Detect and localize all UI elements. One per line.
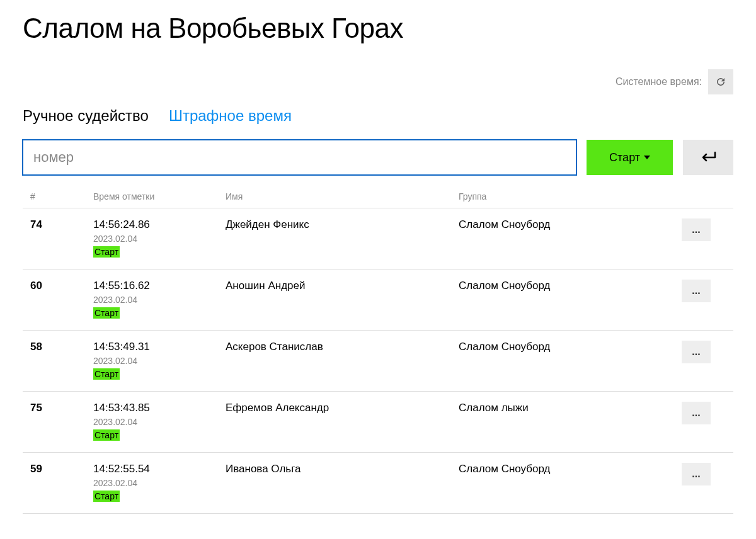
tab-manual[interactable]: Ручное судейство — [23, 107, 149, 125]
row-name: Аношин Андрей — [226, 280, 459, 292]
row-group: Слалом Сноуборд — [459, 218, 682, 231]
row-group: Слалом Сноуборд — [459, 280, 682, 292]
row-badge: Старт — [93, 307, 120, 319]
row-name: Иванова Ольга — [226, 463, 459, 475]
row-badge: Старт — [93, 429, 120, 441]
system-time-row: Системное время: — [23, 69, 733, 94]
row-group: Слалом Сноуборд — [459, 463, 682, 475]
start-button-label: Старт — [609, 151, 640, 164]
start-button[interactable]: Старт — [587, 140, 673, 175]
row-date: 2023.02.04 — [93, 356, 226, 366]
row-date: 2023.02.04 — [93, 295, 226, 305]
page-title: Слалом на Воробьевых Горах — [23, 13, 733, 44]
number-input[interactable] — [23, 140, 576, 175]
row-num: 60 — [30, 280, 93, 292]
row-badge: Старт — [93, 368, 120, 380]
refresh-icon — [715, 76, 726, 88]
row-time: 14:53:49.31 — [93, 341, 226, 353]
row-name: Ефремов Александр — [226, 402, 459, 414]
row-date: 2023.02.04 — [93, 234, 226, 244]
table-row: 74 14:56:24.86 2023.02.04 Старт Джейден … — [23, 208, 733, 270]
enter-button[interactable] — [683, 140, 733, 175]
row-time: 14:55:16.62 — [93, 280, 226, 292]
row-time: 14:56:24.86 — [93, 218, 226, 231]
table-row: 60 14:55:16.62 2023.02.04 Старт Аношин А… — [23, 270, 733, 331]
row-badge: Старт — [93, 246, 120, 258]
row-date: 2023.02.04 — [93, 417, 226, 427]
row-more-button[interactable]: ... — [682, 463, 711, 485]
row-more-button[interactable]: ... — [682, 280, 711, 302]
table-row: 75 14:53:43.85 2023.02.04 Старт Ефремов … — [23, 392, 733, 453]
row-date: 2023.02.04 — [93, 478, 226, 488]
system-time-label: Системное время: — [616, 76, 702, 88]
col-header-name: Имя — [226, 191, 459, 201]
table-header: # Время отметки Имя Группа — [23, 185, 733, 208]
row-group: Слалом лыжи — [459, 402, 682, 414]
row-more-button[interactable]: ... — [682, 402, 711, 424]
row-time: 14:52:55.54 — [93, 463, 226, 475]
caret-down-icon — [644, 156, 650, 159]
results-table: # Время отметки Имя Группа 74 14:56:24.8… — [23, 185, 733, 514]
col-header-time: Время отметки — [93, 191, 226, 201]
refresh-button[interactable] — [708, 69, 733, 94]
row-num: 58 — [30, 341, 93, 353]
col-header-num: # — [30, 191, 93, 201]
controls-row: Старт — [23, 140, 733, 175]
row-more-button[interactable]: ... — [682, 218, 711, 241]
row-badge: Старт — [93, 491, 120, 502]
row-num: 74 — [30, 218, 93, 231]
row-time: 14:53:43.85 — [93, 402, 226, 414]
enter-icon — [700, 150, 716, 164]
row-num: 75 — [30, 402, 93, 414]
table-row: 58 14:53:49.31 2023.02.04 Старт Аскеров … — [23, 331, 733, 392]
table-row: 59 14:52:55.54 2023.02.04 Старт Иванова … — [23, 453, 733, 514]
row-more-button[interactable]: ... — [682, 341, 711, 363]
col-header-group: Группа — [459, 191, 682, 201]
tabs: Ручное судейство Штрафное время — [23, 107, 733, 125]
tab-penalty[interactable]: Штрафное время — [169, 107, 292, 125]
row-name: Джейден Феникс — [226, 218, 459, 231]
row-num: 59 — [30, 463, 93, 475]
row-name: Аскеров Станислав — [226, 341, 459, 353]
row-group: Слалом Сноуборд — [459, 341, 682, 353]
